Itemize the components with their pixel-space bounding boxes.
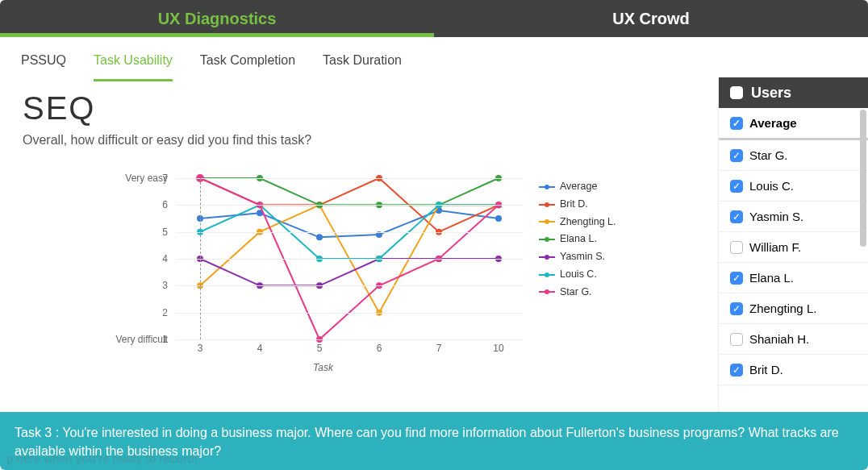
legend-swatch <box>539 274 555 276</box>
average-label: Average <box>749 116 797 130</box>
checkbox[interactable] <box>730 272 743 285</box>
legend-item[interactable]: Elana L. <box>539 234 616 245</box>
legend-label: Louis C. <box>560 269 597 281</box>
sub-nav: PSSUQ Task Usability Task Completion Tas… <box>0 37 868 82</box>
checkbox[interactable] <box>730 241 743 254</box>
legend-swatch <box>539 239 555 240</box>
question-text: Overall, how difficult or easy did you f… <box>23 133 695 148</box>
checkbox[interactable] <box>730 364 743 376</box>
users-row[interactable]: Zhengting L. <box>719 293 868 324</box>
legend-label: Brit D. <box>560 199 588 210</box>
y-tick-label: 2 <box>162 307 168 318</box>
checkbox[interactable] <box>730 149 743 162</box>
legend-item[interactable]: Average <box>539 181 616 193</box>
checkbox[interactable] <box>730 180 743 193</box>
x-tick-label: 5 <box>317 343 323 354</box>
x-tick-label: 3 <box>198 343 203 354</box>
legend-swatch <box>539 204 555 206</box>
user-name-label: Brit D. <box>749 363 783 376</box>
x-tick-label: 10 <box>493 343 503 354</box>
y-tick-label: 6 <box>162 199 168 210</box>
chart-legend: AverageBrit D.Zhengting L.Elana L.Yasmin… <box>539 181 616 304</box>
users-row[interactable]: Star G. <box>719 140 868 171</box>
y-axis-annotation: Very difficult <box>111 334 168 345</box>
legend-label: Star G. <box>560 287 592 298</box>
y-tick-label: 5 <box>162 227 168 238</box>
user-name-label: Shaniah H. <box>749 332 809 346</box>
top-tab-ux-crowd[interactable]: UX Crowd <box>434 0 868 37</box>
series-line <box>200 210 499 237</box>
legend-item[interactable]: Yasmin S. <box>539 252 616 263</box>
user-name-label: Star G. <box>749 148 788 162</box>
checkbox[interactable] <box>730 302 743 315</box>
x-tick-label: 6 <box>377 343 382 354</box>
legend-item[interactable]: Star G. <box>539 287 616 298</box>
user-name-label: Elana L. <box>749 271 794 285</box>
users-header-label: Users <box>751 85 791 102</box>
user-name-label: Zhengting L. <box>749 302 816 315</box>
legend-swatch <box>539 256 555 258</box>
users-header[interactable]: Users <box>719 77 868 108</box>
user-name-label: William F. <box>749 240 801 254</box>
data-point[interactable] <box>316 234 323 240</box>
checkbox[interactable] <box>730 210 743 223</box>
legend-swatch <box>539 221 555 223</box>
legend-label: Average <box>560 181 597 193</box>
legend-label: Zhengting L. <box>560 217 616 228</box>
series-line <box>200 259 499 285</box>
users-row[interactable]: Elana L. <box>719 263 868 293</box>
top-tab-ux-diagnostics[interactable]: UX Diagnostics <box>0 0 434 37</box>
users-row[interactable]: Yasmin S. <box>719 202 868 232</box>
y-axis-annotation: Very easy <box>111 173 168 184</box>
user-name-label: Yasmin S. <box>749 210 803 223</box>
checkbox-average[interactable] <box>730 117 743 130</box>
x-tick-label: 7 <box>436 343 442 354</box>
x-axis-label: Task <box>313 362 333 373</box>
users-panel: Users Average Star G.Louis C.Yasmin S.Wi… <box>718 77 868 410</box>
users-row[interactable]: Brit D. <box>719 355 868 385</box>
users-row-average[interactable]: Average <box>719 108 868 140</box>
users-scrollbar[interactable] <box>860 110 866 407</box>
y-tick-label: 4 <box>162 253 168 264</box>
y-tick-label: 3 <box>162 280 168 291</box>
users-row[interactable]: Louis C. <box>719 171 868 202</box>
data-point[interactable] <box>495 215 502 222</box>
checkbox[interactable] <box>730 333 743 346</box>
users-toggle-all-checkbox[interactable] <box>730 86 743 99</box>
legend-swatch <box>539 291 555 293</box>
legend-item[interactable]: Louis C. <box>539 269 616 281</box>
users-row[interactable]: William F. <box>719 232 868 263</box>
legend-label: Elana L. <box>560 234 597 245</box>
legend-item[interactable]: Zhengting L. <box>539 217 616 228</box>
page-title: SEQ <box>23 90 695 127</box>
legend-label: Yasmin S. <box>560 252 605 263</box>
seq-chart: Task AverageBrit D.Zhengting L.Elana L.Y… <box>31 162 628 388</box>
legend-item[interactable]: Brit D. <box>539 199 616 210</box>
users-row[interactable]: Shaniah H. <box>719 324 868 355</box>
user-name-label: Louis C. <box>749 179 794 193</box>
task-prompt-bar: Task 3 : You're interested in doing a bu… <box>0 412 868 470</box>
legend-swatch <box>539 186 555 188</box>
top-nav: UX Diagnostics UX Crowd <box>0 0 868 37</box>
x-tick-label: 4 <box>257 343 263 354</box>
